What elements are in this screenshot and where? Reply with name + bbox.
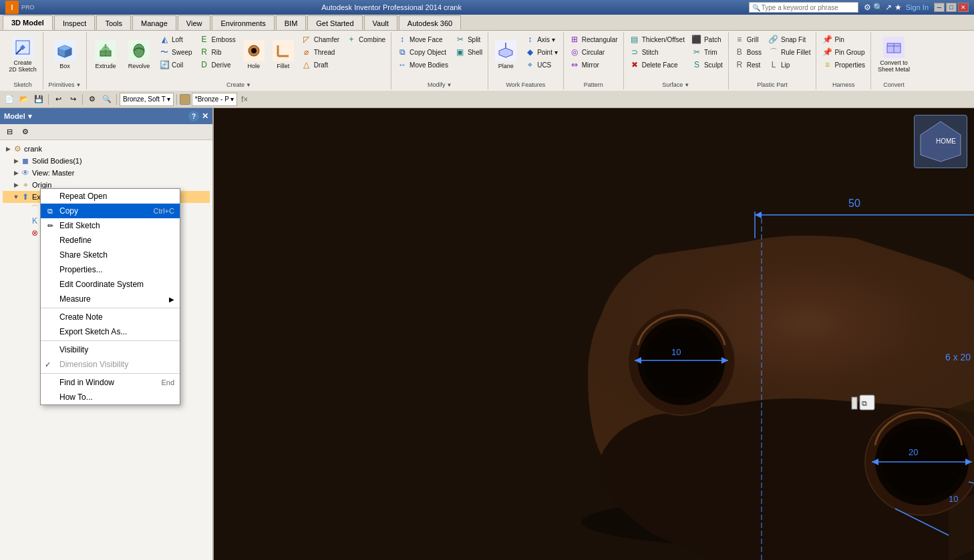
new-button[interactable]: 📄 <box>3 93 16 106</box>
move-bodies-button[interactable]: ↔ Move Bodies <box>394 59 451 71</box>
thicken-offset-button[interactable]: ▤ Thicken/Offset <box>627 33 687 45</box>
ctx-measure[interactable]: Measure ▶ <box>41 292 180 306</box>
rest-button[interactable]: R Rest <box>732 59 764 71</box>
ctx-how-to[interactable]: How To... <box>41 390 180 404</box>
viewport[interactable]: 50 6 x 20 10 20 10 20 <box>214 108 974 560</box>
tab-inspect[interactable]: Inspect <box>54 15 95 30</box>
pin-group-button[interactable]: 📌 Pin Group <box>819 46 868 58</box>
move-face-button[interactable]: ↕ Move Face <box>394 33 451 45</box>
ctx-visibility[interactable]: Visibility <box>41 342 180 357</box>
mirror-button[interactable]: ⇔ Mirror <box>566 59 621 71</box>
revolve-button[interactable]: Revolve <box>123 33 155 76</box>
ctx-copy[interactable]: ⧉ Copy Ctrl+C <box>41 204 180 218</box>
tab-bar: 3D Model Inspect Tools Manage View Envir… <box>0 15 974 31</box>
material-dropdown[interactable]: Bronze, Soft T ▾ <box>120 93 174 106</box>
file-dropdown[interactable]: *Bronze - P ▾ <box>192 93 237 106</box>
loft-button[interactable]: ◭ Loft <box>156 33 195 45</box>
lip-button[interactable]: L Lip <box>766 59 813 71</box>
rib-button[interactable]: R Rib <box>196 46 238 58</box>
rule-fillet-button[interactable]: ⌒ Rule Fillet <box>766 46 813 58</box>
combine-button[interactable]: + Combine <box>343 33 388 45</box>
emboss-button[interactable]: E Emboss <box>196 33 238 45</box>
model-panel-help[interactable]: ? <box>188 111 199 121</box>
search-input[interactable] <box>762 3 855 12</box>
model-panel-close[interactable]: ✕ <box>202 111 208 121</box>
properties-button[interactable]: ≡ Properties <box>819 59 868 71</box>
plastic-part-label: Plastic Part <box>757 81 788 88</box>
close-button[interactable]: ✕ <box>958 3 969 12</box>
ctx-repeat-open[interactable]: Repeat Open <box>41 189 180 204</box>
filter-icon[interactable]: ⊟ <box>3 125 16 139</box>
ctx-find-in-window[interactable]: Find in Window End <box>41 375 180 390</box>
boss-button[interactable]: B Boss <box>732 46 764 58</box>
ctx-redefine[interactable]: Redefine <box>41 233 180 248</box>
fillet-button[interactable]: Fillet <box>269 33 297 76</box>
maximize-button[interactable]: □ <box>946 3 957 12</box>
rectangular-button[interactable]: ⊞ Rectangular <box>566 33 621 45</box>
axis-button[interactable]: ↕ Axis ▾ <box>522 33 560 45</box>
minimize-button[interactable]: ─ <box>934 3 945 12</box>
pin-button[interactable]: 📌 Pin <box>819 33 868 45</box>
tab-get-started[interactable]: Get Started <box>307 15 362 30</box>
svg-point-11 <box>251 48 257 53</box>
options-button[interactable]: ⚙ <box>86 93 99 106</box>
redo-button[interactable]: ↪ <box>66 93 79 106</box>
point-button[interactable]: ◆ Point ▾ <box>522 46 560 58</box>
tab-view[interactable]: View <box>178 15 211 30</box>
tab-autodesk-360[interactable]: Autodesk 360 <box>399 15 461 30</box>
shell-button[interactable]: ▣ Shell <box>452 46 485 58</box>
tab-tools[interactable]: Tools <box>96 15 131 30</box>
thread-button[interactable]: ⌀ Thread <box>299 46 342 58</box>
tree-item-solid-bodies[interactable]: ▶ ◼ Solid Bodies(1) <box>3 155 210 167</box>
tab-vault[interactable]: Vault <box>364 15 397 30</box>
box-button[interactable]: Box <box>47 33 82 76</box>
tab-bim[interactable]: BIM <box>276 15 307 30</box>
sweep-button[interactable]: 〜 Sweep <box>156 46 195 58</box>
ctx-create-note[interactable]: Create Note <box>41 310 180 324</box>
separator3 <box>116 94 117 105</box>
ribbon-group-plastic-part: ≡ Grill B Boss R Rest 🔗 Snap Fit <box>729 32 817 89</box>
sign-in[interactable]: Sign In <box>906 3 929 11</box>
chamfer-button[interactable]: ◸ Chamfer <box>299 33 342 45</box>
undo-button[interactable]: ↩ <box>51 93 65 106</box>
ctx-edit-coord-system[interactable]: Edit Coordinate System <box>41 277 180 292</box>
ctx-sep3 <box>41 373 180 374</box>
tree-item-view-master[interactable]: ▶ 👁 View: Master <box>3 167 210 179</box>
snap-fit-button[interactable]: 🔗 Snap Fit <box>766 33 813 45</box>
grill-button[interactable]: ≡ Grill <box>732 33 764 45</box>
ctx-edit-sketch[interactable]: ✏ Edit Sketch <box>41 218 180 233</box>
ribbon-group-work-features: Plane ↕ Axis ▾ ◆ Point ▾ ⌖ UCS Work Feat… <box>488 32 564 89</box>
stitch-button[interactable]: ⊃ Stitch <box>627 46 687 58</box>
hole-button[interactable]: Hole <box>240 33 268 76</box>
convert-sheet-metal-button[interactable]: Convert toSheet Metal <box>874 33 914 76</box>
split-button[interactable]: ✂ Split <box>452 33 485 45</box>
derive-button[interactable]: D Derive <box>196 59 238 71</box>
create-2d-sketch-button[interactable]: Create2D Sketch <box>7 33 39 76</box>
nav-cube[interactable]: HOME <box>914 115 967 168</box>
coil-button[interactable]: 🔄 Coil <box>156 59 195 71</box>
tab-manage[interactable]: Manage <box>132 15 176 30</box>
tab-3d-model[interactable]: 3D Model <box>3 15 53 30</box>
ctx-sep1 <box>41 308 180 308</box>
svg-text:50: 50 <box>848 198 860 209</box>
circular-button[interactable]: ◎ Circular <box>566 46 621 58</box>
copy-object-button[interactable]: ⧉ Copy Object <box>394 46 451 58</box>
zoom-button[interactable]: 🔍 <box>100 93 114 106</box>
sculpt-button[interactable]: S Sculpt <box>689 59 725 71</box>
patch-button[interactable]: ⬛ Patch <box>689 33 725 45</box>
trim-button[interactable]: ✂ Trim <box>689 46 725 58</box>
delete-face-button[interactable]: ✖ Delete Face <box>627 59 687 71</box>
tab-environments[interactable]: Environments <box>212 15 274 30</box>
ctx-share-sketch[interactable]: Share Sketch <box>41 248 180 262</box>
search-box[interactable]: 🔍 <box>749 2 858 13</box>
draft-button[interactable]: △ Draft <box>299 59 342 71</box>
ctx-export-sketch[interactable]: Export Sketch As... <box>41 324 180 339</box>
ctx-properties[interactable]: Properties... <box>41 262 180 277</box>
ucs-button[interactable]: ⌖ UCS <box>522 59 560 71</box>
save-button[interactable]: 💾 <box>32 93 45 106</box>
tree-search-icon[interactable]: ⚙ <box>19 125 32 139</box>
plane-button[interactable]: Plane <box>491 33 520 76</box>
tree-item-crank[interactable]: ▶ ⚙ crank <box>3 143 210 155</box>
open-button[interactable]: 📂 <box>17 93 31 106</box>
extrude-button[interactable]: Extrude <box>90 33 122 76</box>
